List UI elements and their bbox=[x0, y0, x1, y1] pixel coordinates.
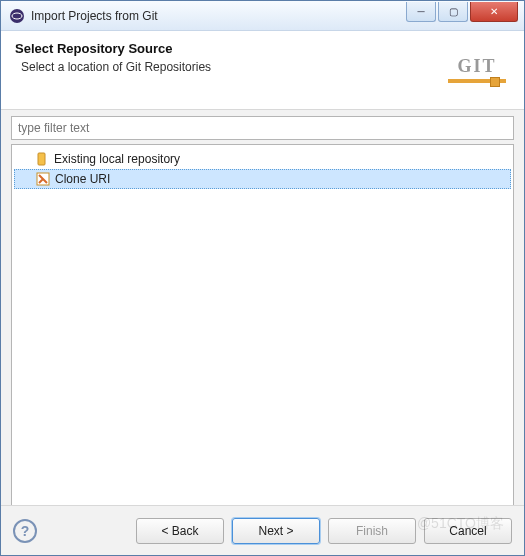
filter-input[interactable] bbox=[11, 116, 514, 140]
maximize-button[interactable]: ▢ bbox=[438, 2, 468, 22]
tree-item-clone-uri[interactable]: Clone URI bbox=[14, 169, 511, 189]
back-button[interactable]: < Back bbox=[136, 518, 224, 544]
wizard-header: Select Repository Source Select a locati… bbox=[1, 31, 524, 110]
close-button[interactable]: ✕ bbox=[470, 2, 518, 22]
finish-button[interactable]: Finish bbox=[328, 518, 416, 544]
page-subtitle: Select a location of Git Repositories bbox=[15, 60, 444, 74]
page-title: Select Repository Source bbox=[15, 41, 444, 56]
repository-source-tree[interactable]: Existing local repository Clone URI bbox=[11, 144, 514, 514]
window-controls: ─ ▢ ✕ bbox=[406, 2, 524, 22]
titlebar: Import Projects from Git ─ ▢ ✕ bbox=[1, 1, 524, 31]
git-logo: GIT bbox=[444, 41, 510, 97]
svg-rect-2 bbox=[38, 153, 45, 165]
minimize-button[interactable]: ─ bbox=[406, 2, 436, 22]
eclipse-icon bbox=[9, 8, 25, 24]
next-button[interactable]: Next > bbox=[232, 518, 320, 544]
tree-item-existing-local[interactable]: Existing local repository bbox=[14, 149, 511, 169]
cancel-button[interactable]: Cancel bbox=[424, 518, 512, 544]
window-title: Import Projects from Git bbox=[31, 9, 406, 23]
wizard-footer: ? < Back Next > Finish Cancel bbox=[1, 505, 524, 555]
tree-item-label: Existing local repository bbox=[54, 152, 180, 166]
clone-icon bbox=[35, 171, 51, 187]
tree-item-label: Clone URI bbox=[55, 172, 110, 186]
repo-icon bbox=[34, 151, 50, 167]
help-icon[interactable]: ? bbox=[13, 519, 37, 543]
